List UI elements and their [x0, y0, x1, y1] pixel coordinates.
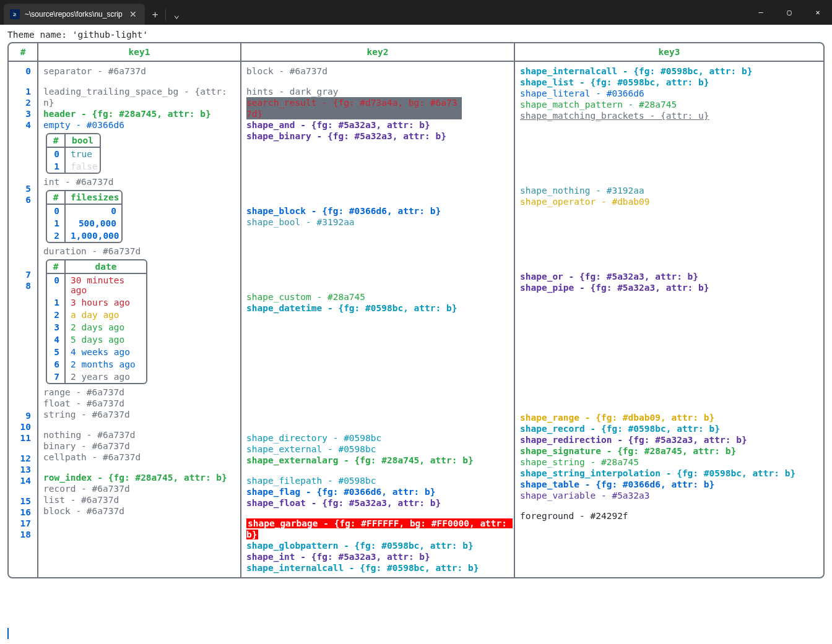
shape-bool: shape_bool - #3192aa — [246, 217, 509, 228]
table-row: 1false — [47, 160, 100, 173]
theme-table: # key1 key2 key3 0 1 2 3 4 5 6 7 8 9 — [7, 42, 825, 578]
index-column: 0 1 2 3 4 5 6 7 8 9 10 11 12 13 14 — [9, 62, 38, 577]
shape-garbage: shape_garbage - {fg: #FFFFFF, bg: #FF000… — [246, 518, 509, 540]
int-style: int - #6a737d — [43, 176, 235, 187]
theme-name-line: Theme name: 'github-light' — [7, 30, 825, 40]
terminal-cursor — [7, 628, 9, 639]
header-key3: key3 — [515, 43, 823, 61]
list-style: list - #6a737d — [43, 494, 235, 505]
table-row: 030 minutes ago — [47, 274, 146, 296]
empty-style: empty - #0366d6 — [43, 119, 235, 131]
bool-table: # bool 0true1false — [46, 133, 101, 174]
cellpath-style: cellpath - #6a737d — [43, 452, 235, 463]
shape-internalcall-k2: shape_internalcall - {fg: #0598bc, attr:… — [246, 562, 509, 573]
table-row: 21,000,000 — [47, 230, 121, 242]
shape-custom: shape_custom - #28a745 — [246, 291, 509, 303]
table-row: 62 months ago — [47, 358, 146, 371]
block-k1-style: block - #6a737d — [43, 505, 235, 517]
shape-block: shape_block - {fg: #0366d6, attr: b} — [246, 205, 509, 217]
shape-binary: shape_binary - {fg: #5a32a3, attr: b} — [246, 131, 509, 142]
shape-string-interpolation: shape_string_interpolation - {fg: #0598b… — [520, 468, 818, 479]
table-row: 54 weeks ago — [47, 346, 146, 358]
powershell-icon: ≥ — [10, 9, 20, 19]
title-bar: ≥ ~\source\repos\forks\nu_scrip ✕ + ⌄ — … — [0, 0, 832, 25]
window-tab[interactable]: ≥ ~\source\repos\forks\nu_scrip ✕ — [4, 4, 145, 25]
separator: separator - #6a737d — [43, 66, 235, 77]
table-row: 45 days ago — [47, 333, 146, 346]
record-style: record - #6a737d — [43, 483, 235, 494]
shape-or: shape_or - {fg: #5a32a3, attr: b} — [520, 271, 818, 282]
range-style: range - #6a737d — [43, 387, 235, 398]
shape-directory: shape_directory - #0598bc — [246, 432, 509, 444]
key2-column: block - #6a737d hints - dark_gray search… — [241, 62, 515, 577]
leading-trailing: leading_trailing_space_bg - {attr: n} — [43, 86, 235, 108]
nothing-style: nothing - #6a737d — [43, 429, 235, 440]
shape-filepath: shape_filepath - #0598bc — [246, 475, 509, 486]
shape-matching-brackets: shape_matching_brackets - {attr: u} — [520, 110, 818, 121]
shape-operator: shape_operator - #dbab09 — [520, 196, 818, 207]
shape-record: shape_record - {fg: #0598bc, attr: b} — [520, 423, 818, 434]
shape-list: shape_list - {fg: #0598bc, attr: b} — [520, 77, 818, 88]
table-row: 13 hours ago — [47, 296, 146, 309]
shape-and: shape_and - {fg: #5a32a3, attr: b} — [246, 119, 509, 131]
shape-variable: shape_variable - #5a32a3 — [520, 490, 818, 501]
table-header-row: # key1 key2 key3 — [9, 43, 823, 62]
table-row: 1500,000 — [47, 217, 121, 230]
table-row: 0true — [47, 148, 100, 160]
window-minimize-button[interactable]: — — [747, 0, 775, 25]
float-style: float - #6a737d — [43, 398, 235, 409]
date-table: # date 030 minutes ago13 hours ago2a day… — [46, 259, 147, 384]
header-key2: key2 — [241, 43, 515, 61]
header-index: # — [9, 43, 38, 61]
shape-externalarg: shape_externalarg - {fg: #28a745, attr: … — [246, 455, 509, 466]
shape-nothing: shape_nothing - #3192aa — [520, 185, 818, 196]
table-row: 2a day ago — [47, 309, 146, 321]
table-row: 00 — [47, 205, 121, 217]
shape-internalcall-k3: shape_internalcall - {fg: #0598bc, attr:… — [520, 66, 818, 77]
shape-flag: shape_flag - {fg: #0366d6, attr: b} — [246, 486, 509, 497]
shape-literal: shape_literal - #0366d6 — [520, 88, 818, 99]
shape-external: shape_external - #0598bc — [246, 444, 509, 455]
shape-signature: shape_signature - {fg: #28a745, attr: b} — [520, 445, 818, 457]
tab-title: ~\source\repos\forks\nu_scrip — [25, 10, 123, 19]
header-style: header - {fg: #28a745, attr: b} — [43, 108, 235, 119]
terminal-area[interactable]: Theme name: 'github-light' # key1 key2 k… — [0, 25, 832, 644]
key3-column: shape_internalcall - {fg: #0598bc, attr:… — [515, 62, 823, 577]
row-index-style: row_index - {fg: #28a745, attr: b} — [43, 472, 235, 483]
shape-globpattern: shape_globpattern - {fg: #0598bc, attr: … — [246, 540, 509, 551]
binary-style: binary - #6a737d — [43, 440, 235, 452]
shape-datetime: shape_datetime - {fg: #0598bc, attr: b} — [246, 303, 509, 314]
window-close-button[interactable]: ✕ — [804, 0, 832, 25]
search-result: search_result - {fg: #d73a4a, bg: #6a737… — [246, 97, 509, 119]
table-row: 72 years ago — [47, 371, 146, 383]
string-style: string - #6a737d — [43, 409, 235, 420]
hints: hints - dark_gray — [246, 86, 509, 97]
key1-column: separator - #6a737d leading_trailing_spa… — [38, 62, 241, 577]
shape-pipe: shape_pipe - {fg: #5a32a3, attr: b} — [520, 282, 818, 293]
shape-redirection: shape_redirection - {fg: #5a32a3, attr: … — [520, 434, 818, 445]
tab-menu-button[interactable]: ⌄ — [166, 6, 187, 23]
shape-int: shape_int - {fg: #5a32a3, attr: b} — [246, 551, 509, 562]
window-maximize-button[interactable]: ▢ — [775, 0, 804, 25]
block-k2: block - #6a737d — [246, 66, 509, 77]
shape-string: shape_string - #28a745 — [520, 457, 818, 468]
shape-float: shape_float - {fg: #5a32a3, attr: b} — [246, 497, 509, 509]
table-row: 32 days ago — [47, 321, 146, 333]
shape-range: shape_range - {fg: #dbab09, attr: b} — [520, 412, 818, 423]
shape-match-pattern: shape_match_pattern - #28a745 — [520, 99, 818, 110]
foreground: foreground - #24292f — [520, 510, 818, 522]
duration-style: duration - #6a737d — [43, 246, 235, 257]
new-tab-button[interactable]: + — [145, 6, 166, 23]
tab-close-icon[interactable]: ✕ — [128, 9, 139, 19]
shape-table: shape_table - {fg: #0366d6, attr: b} — [520, 479, 818, 490]
header-key1: key1 — [38, 43, 241, 61]
filesize-table: # filesizes 001500,00021,000,000 — [46, 190, 123, 243]
